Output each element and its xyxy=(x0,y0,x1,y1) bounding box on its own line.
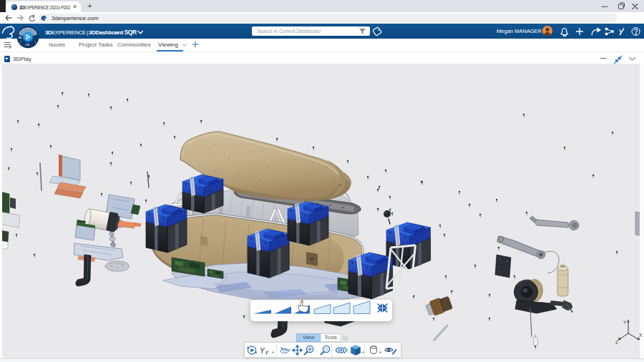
svg-text:Y: Y xyxy=(260,347,265,355)
svg-text:Y: Y xyxy=(623,320,627,325)
svg-text:X: X xyxy=(639,333,643,338)
svg-text:y: y xyxy=(265,348,269,355)
svg-text:Z: Z xyxy=(615,340,618,345)
